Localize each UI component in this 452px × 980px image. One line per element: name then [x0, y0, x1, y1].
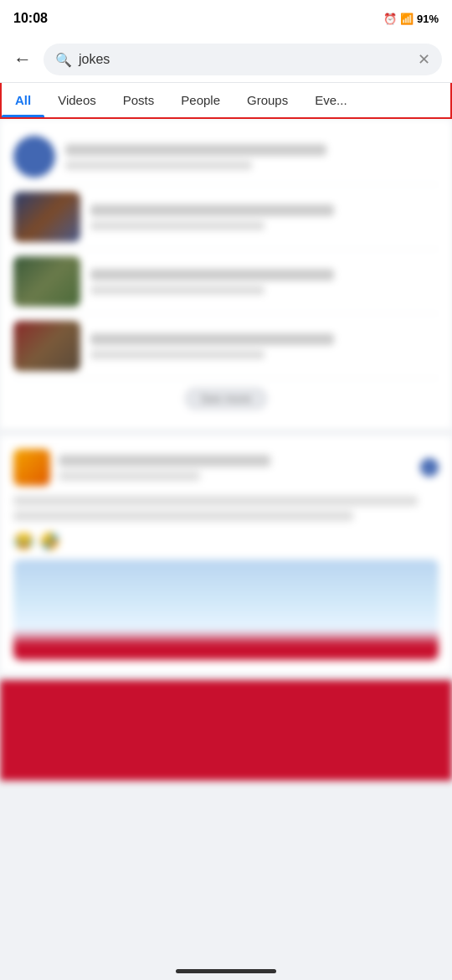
signal-icon: 📶 — [400, 13, 413, 25]
card2-title — [59, 455, 270, 467]
result-text-3 — [90, 269, 439, 295]
back-arrow-icon: ← — [13, 49, 32, 70]
result-avatar — [13, 136, 55, 178]
status-bar: 10:08 ⏰ 📶 91% — [0, 0, 452, 37]
card2-emoji-row: 😂 🤣 — [13, 531, 439, 551]
result-card-3 — [0, 680, 452, 781]
filter-tabs: All Videos Posts People Groups Eve... — [0, 83, 452, 119]
tab-events[interactable]: Eve... — [301, 83, 360, 117]
result-text-1 — [65, 144, 439, 170]
emoji-icon-1: 😂 — [13, 531, 34, 551]
card2-subtitle — [59, 472, 200, 481]
result-title-2 — [90, 204, 334, 216]
result-title-1 — [65, 144, 326, 156]
card2-header: ✓ — [13, 449, 439, 486]
clear-button[interactable]: ✕ — [418, 50, 430, 69]
card2-title-block — [59, 455, 412, 481]
home-indicator — [176, 969, 276, 973]
search-icon: 🔍 — [55, 52, 72, 68]
search-bar-area: ← 🔍 jokes ✕ — [0, 37, 452, 83]
see-more-label: See more — [184, 387, 269, 410]
result-subtitle-3 — [90, 286, 265, 295]
result-subtitle-1 — [65, 161, 252, 170]
result-text-4 — [90, 333, 439, 359]
result-thumbnail-1 — [13, 192, 80, 242]
result-text-2 — [90, 204, 439, 230]
battery-icon: 91% — [417, 13, 439, 25]
text-line-2 — [13, 511, 353, 521]
result-item-page[interactable] — [13, 129, 439, 185]
status-time: 10:08 — [13, 11, 48, 26]
card2-image — [13, 560, 439, 660]
main-content: See more ✓ 😂 🤣 — [0, 119, 452, 973]
result-title-4 — [90, 333, 334, 345]
result-thumbnail-2 — [13, 256, 80, 307]
status-icons: ⏰ 📶 91% — [383, 13, 439, 25]
tab-people[interactable]: People — [167, 83, 234, 117]
emoji-icon-2: 🤣 — [39, 531, 60, 551]
tab-videos[interactable]: Videos — [44, 83, 110, 117]
result-title-3 — [90, 269, 334, 281]
back-button[interactable]: ← — [10, 45, 35, 74]
tab-posts[interactable]: Posts — [110, 83, 168, 117]
result-card-1: See more — [0, 119, 452, 429]
search-input[interactable]: jokes — [79, 52, 411, 67]
tab-all[interactable]: All — [2, 83, 44, 117]
alarm-icon: ⏰ — [383, 13, 397, 25]
result-item-video-3[interactable] — [13, 314, 439, 379]
result-card-2: ✓ 😂 🤣 — [0, 436, 452, 673]
search-input-wrapper[interactable]: 🔍 jokes ✕ — [44, 44, 442, 75]
card2-text-lines — [13, 496, 439, 521]
result-subtitle-4 — [90, 350, 265, 359]
result-item-video-1[interactable] — [13, 185, 439, 250]
result-thumbnail-3 — [13, 321, 80, 371]
card2-logo — [13, 449, 50, 486]
tab-groups[interactable]: Groups — [234, 83, 301, 117]
text-line-1 — [13, 496, 418, 506]
see-more-button[interactable]: See more — [13, 379, 439, 419]
card2-verified-badge: ✓ — [420, 458, 439, 477]
result-item-video-2[interactable] — [13, 250, 439, 314]
result-subtitle-2 — [90, 221, 265, 230]
